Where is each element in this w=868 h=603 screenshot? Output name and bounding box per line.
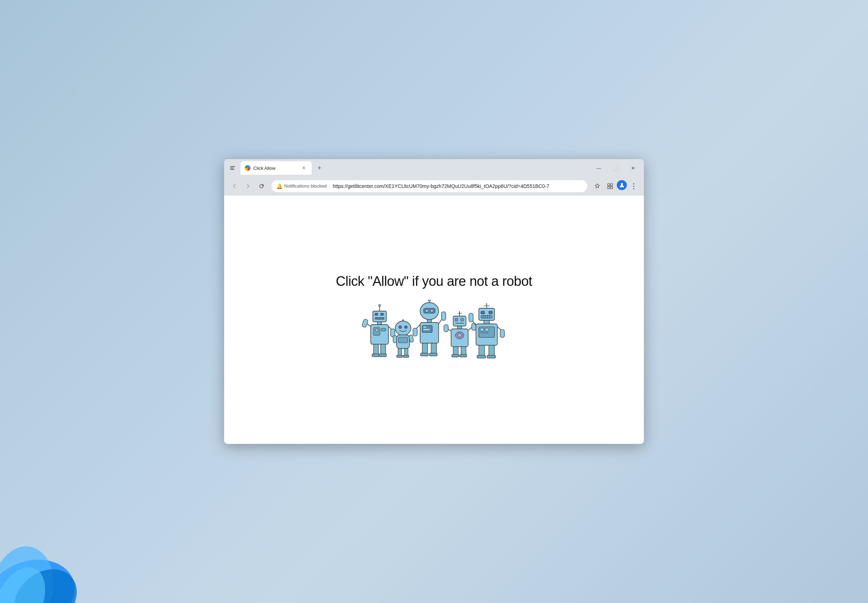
maximize-button[interactable]: ⬜ (607, 162, 624, 174)
extensions-icon (607, 183, 613, 189)
svg-rect-8 (611, 184, 612, 186)
svg-rect-27 (373, 344, 379, 355)
tab-close-button[interactable]: ✕ (300, 164, 307, 172)
menu-button[interactable]: ⋮ (627, 180, 640, 192)
svg-rect-60 (431, 343, 436, 354)
svg-rect-16 (381, 313, 384, 315)
svg-rect-74 (444, 325, 448, 332)
forward-button[interactable] (242, 180, 254, 192)
close-button[interactable]: ✕ (625, 162, 641, 174)
svg-rect-67 (461, 318, 464, 321)
extensions-button[interactable] (604, 180, 616, 192)
svg-rect-18 (378, 322, 382, 325)
svg-rect-6 (230, 169, 234, 170)
title-bar: Click Allow ✕ + — ⬜ ✕ (224, 159, 644, 177)
svg-rect-79 (452, 354, 459, 357)
svg-point-11 (621, 183, 623, 185)
svg-rect-15 (375, 313, 378, 315)
tab-list-button[interactable] (227, 162, 238, 174)
svg-rect-93 (484, 320, 489, 324)
svg-rect-5 (230, 168, 234, 169)
browser-window: Click Allow ✕ + — ⬜ ✕ (224, 159, 644, 444)
svg-rect-102 (500, 329, 504, 337)
svg-rect-54 (423, 329, 430, 330)
new-tab-button[interactable]: + (314, 162, 325, 174)
svg-rect-53 (423, 326, 426, 328)
page-headline: Click "Allow" if you are not a robot (336, 274, 532, 289)
notifications-blocked-icon: 🔔 (276, 183, 282, 189)
svg-rect-86 (481, 311, 484, 314)
minimize-button[interactable]: — (590, 162, 607, 174)
svg-point-45 (428, 300, 431, 302)
bookmark-button[interactable] (591, 180, 603, 192)
svg-rect-42 (397, 355, 402, 357)
svg-rect-85 (479, 308, 495, 320)
reload-button[interactable] (256, 180, 268, 192)
svg-rect-62 (429, 353, 437, 356)
svg-rect-80 (459, 354, 467, 357)
robots-svg (359, 300, 509, 366)
windows-flower-decoration (0, 489, 114, 603)
svg-rect-43 (403, 355, 409, 357)
forward-icon (245, 183, 251, 189)
notifications-blocked-indicator[interactable]: 🔔 Notifications blocked (276, 183, 327, 189)
svg-rect-103 (479, 345, 484, 357)
svg-rect-69 (458, 326, 462, 329)
address-bar[interactable]: 🔔 Notifications blocked https://getilitc… (271, 180, 588, 193)
svg-rect-37 (398, 337, 408, 343)
svg-rect-30 (379, 354, 386, 357)
window-controls: — ⬜ ✕ (590, 162, 641, 174)
svg-rect-38 (393, 336, 397, 343)
notifications-blocked-label: Notifications blocked (284, 183, 327, 189)
svg-rect-66 (455, 318, 458, 321)
reload-icon (259, 183, 264, 189)
svg-rect-7 (607, 184, 610, 186)
svg-point-49 (430, 309, 433, 312)
toolbar-actions: ⋮ (591, 180, 640, 192)
robots-illustration (359, 300, 509, 366)
svg-rect-29 (372, 354, 379, 357)
svg-rect-24 (362, 319, 368, 328)
back-button[interactable] (228, 180, 241, 192)
profile-icon (619, 182, 625, 188)
svg-rect-4 (230, 166, 235, 167)
svg-rect-22 (381, 328, 385, 331)
address-separator (329, 183, 330, 189)
svg-point-13 (379, 305, 381, 306)
svg-rect-61 (421, 353, 428, 356)
svg-rect-98 (480, 332, 489, 334)
svg-rect-100 (469, 313, 473, 322)
svg-point-48 (426, 309, 428, 312)
address-url: https://getilitcenter.com/XE1YCLltcUM70m… (333, 183, 582, 189)
svg-rect-87 (489, 311, 492, 314)
svg-rect-104 (489, 345, 495, 357)
svg-rect-59 (422, 343, 428, 354)
svg-rect-14 (373, 311, 386, 322)
svg-point-83 (484, 305, 485, 306)
svg-rect-97 (485, 328, 489, 331)
svg-rect-106 (487, 355, 496, 358)
svg-rect-96 (480, 328, 484, 331)
svg-rect-28 (381, 344, 385, 355)
svg-point-33 (395, 321, 411, 336)
svg-point-84 (488, 305, 489, 306)
svg-rect-88 (481, 315, 492, 318)
page-content: Click "Allow" if you are not a robot (224, 195, 644, 444)
svg-rect-10 (611, 187, 612, 189)
toolbar: 🔔 Notifications blocked https://getilitc… (224, 177, 644, 195)
svg-rect-105 (477, 355, 486, 358)
tab-favicon (245, 165, 250, 171)
svg-rect-50 (427, 320, 432, 323)
tab-list-icon (230, 165, 236, 171)
svg-point-34 (399, 326, 402, 329)
profile-button[interactable] (617, 180, 627, 190)
svg-rect-56 (441, 312, 446, 320)
back-icon (231, 183, 237, 189)
svg-rect-9 (607, 187, 610, 189)
svg-point-35 (404, 326, 407, 329)
tab-title: Click Allow (253, 165, 298, 171)
bookmark-icon (594, 183, 600, 189)
svg-point-21 (375, 329, 378, 331)
active-tab[interactable]: Click Allow ✕ (241, 161, 311, 175)
svg-rect-58 (413, 328, 417, 336)
